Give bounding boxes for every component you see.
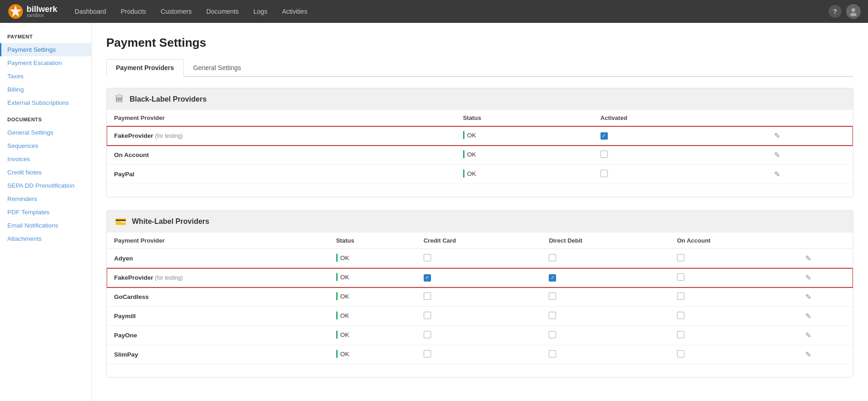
sidebar-reminders[interactable]: Reminders (0, 192, 91, 206)
col-provider: Payment Provider (107, 110, 456, 126)
wl-provider-name: FakeProvider (for testing) (107, 268, 329, 287)
wl-provider-name: PayOne (107, 326, 329, 345)
provider-status: OK (456, 126, 593, 146)
credit-card-checkbox[interactable] (424, 312, 431, 319)
sidebar-payment-settings[interactable]: Payment Settings (0, 43, 91, 56)
provider-activated (593, 165, 767, 184)
sidebar-sepa-dd[interactable]: SEPA DD Prenotification (0, 179, 91, 192)
wl-on-account (670, 307, 798, 326)
wl-direct-debit: ✓ (541, 268, 670, 287)
credit-card-checkbox[interactable] (424, 293, 431, 300)
sidebar-email-notifications[interactable]: Email Notifications (0, 219, 91, 232)
on-account-checkbox[interactable] (677, 273, 684, 281)
wl-edit-cell: ✎ (798, 268, 853, 287)
wl-on-account (670, 249, 798, 268)
table-row: GoCardless OK✎ (107, 287, 853, 307)
wl-edit-button[interactable]: ✎ (805, 351, 811, 358)
credit-card-checkbox[interactable] (424, 350, 431, 358)
edit-cell: ✎ (767, 126, 853, 146)
nav-products[interactable]: Products (115, 4, 153, 19)
main-layout: PAYMENT Payment Settings Payment Escalat… (0, 23, 868, 401)
sidebar-taxes[interactable]: Taxes (0, 70, 91, 83)
nav-dashboard[interactable]: Dashboard (68, 4, 113, 19)
nav-items: Dashboard Products Customers Documents L… (68, 4, 829, 19)
direct-debit-checkbox[interactable] (549, 293, 556, 300)
edit-button[interactable]: ✎ (774, 170, 780, 178)
sidebar-attachments[interactable]: Attachments (0, 232, 91, 245)
credit-card-checkbox[interactable] (424, 254, 431, 261)
avatar-icon (849, 7, 858, 16)
on-account-checkbox[interactable] (677, 331, 684, 338)
direct-debit-checkbox[interactable]: ✓ (549, 274, 556, 282)
tab-general-settings[interactable]: General Settings (184, 59, 251, 77)
table-row: On Account OK✎ (107, 146, 853, 165)
activated-checkbox[interactable] (601, 151, 608, 158)
user-avatar[interactable] (846, 4, 861, 19)
white-label-title: White-Label Providers (132, 217, 209, 226)
sidebar-pdf-templates[interactable]: PDF Templates (0, 206, 91, 219)
col-wl-status: Status (329, 233, 416, 249)
provider-name: PayPal (107, 165, 456, 184)
tab-payment-providers[interactable]: Payment Providers (106, 59, 184, 77)
logo[interactable]: billwerk sandbox (7, 3, 57, 20)
edit-button[interactable]: ✎ (774, 151, 780, 159)
nav-customers[interactable]: Customers (154, 4, 198, 19)
help-button[interactable]: ? (829, 5, 841, 18)
wl-edit-button[interactable]: ✎ (805, 293, 811, 301)
black-label-header-row: Payment Provider Status Activated (107, 110, 853, 126)
main-content: Payment Settings Payment Providers Gener… (92, 23, 868, 401)
sidebar-sequences[interactable]: Sequences (0, 139, 91, 152)
provider-name: FakeProvider (for testing) (107, 126, 456, 146)
sidebar-external-subscriptions[interactable]: External Subscriptions (0, 96, 91, 109)
wl-credit-card (416, 345, 542, 364)
nav-logs[interactable]: Logs (247, 4, 273, 19)
wl-provider-status: OK (329, 287, 416, 307)
credit-card-checkbox[interactable] (424, 331, 431, 338)
page-title: Payment Settings (106, 36, 853, 50)
provider-activated: ✓ (593, 126, 767, 146)
direct-debit-checkbox[interactable] (549, 254, 556, 261)
wl-edit-button[interactable]: ✎ (805, 312, 811, 320)
svg-point-3 (850, 13, 857, 16)
sidebar-billing[interactable]: Billing (0, 83, 91, 96)
col-wl-provider: Payment Provider (107, 233, 329, 249)
logo-sub: sandbox (27, 13, 57, 18)
wl-on-account (670, 326, 798, 345)
logo-icon (7, 3, 24, 20)
wl-provider-status: OK (329, 326, 416, 345)
credit-card-checkbox[interactable]: ✓ (424, 274, 431, 282)
sidebar-invoices[interactable]: Invoices (0, 152, 91, 166)
nav-activities[interactable]: Activities (276, 4, 314, 19)
on-account-checkbox[interactable] (677, 312, 684, 319)
white-label-section: 💳 White-Label Providers Payment Provider… (106, 210, 853, 378)
card-icon: 💳 (115, 216, 126, 227)
sidebar-payment-escalation[interactable]: Payment Escalation (0, 56, 91, 70)
edit-button[interactable]: ✎ (774, 132, 780, 140)
provider-activated (593, 146, 767, 165)
payment-section: PAYMENT Payment Settings Payment Escalat… (0, 34, 91, 109)
activated-checkbox[interactable] (601, 170, 608, 177)
table-row: SlimPay OK✎ (107, 345, 853, 364)
direct-debit-checkbox[interactable] (549, 312, 556, 319)
on-account-checkbox[interactable] (677, 293, 684, 300)
sidebar-credit-notes[interactable]: Credit Notes (0, 166, 91, 179)
col-wl-direct-debit: Direct Debit (541, 233, 670, 249)
svg-point-2 (852, 8, 855, 12)
wl-edit-button[interactable]: ✎ (805, 274, 811, 282)
wl-provider-status: OK (329, 307, 416, 326)
payment-section-title: PAYMENT (0, 34, 91, 43)
on-account-checkbox[interactable] (677, 254, 684, 261)
wl-edit-button[interactable]: ✎ (805, 331, 811, 339)
black-label-section: 🏛 Black-Label Providers Payment Provider… (106, 88, 853, 197)
wl-edit-button[interactable]: ✎ (805, 255, 811, 262)
nav-documents[interactable]: Documents (200, 4, 245, 19)
sidebar-general-settings[interactable]: General Settings (0, 126, 91, 139)
on-account-checkbox[interactable] (677, 350, 684, 358)
activated-checkbox[interactable]: ✓ (601, 132, 608, 140)
direct-debit-checkbox[interactable] (549, 331, 556, 338)
wl-edit-cell: ✎ (798, 326, 853, 345)
direct-debit-checkbox[interactable] (549, 350, 556, 358)
wl-credit-card (416, 287, 542, 307)
wl-provider-name: Adyen (107, 249, 329, 268)
col-wl-on-account: On Account (670, 233, 798, 249)
